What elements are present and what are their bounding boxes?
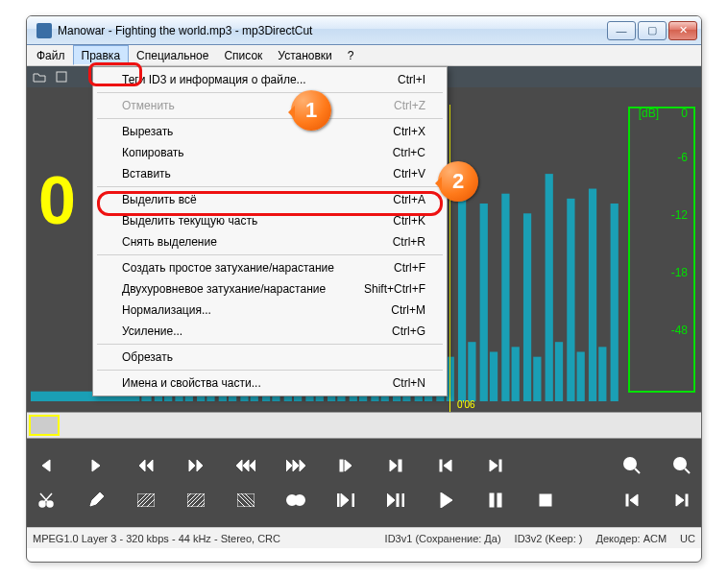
prev-icon[interactable] [35,454,58,477]
svg-rect-68 [686,494,688,506]
close-button[interactable]: ✕ [668,21,697,40]
mark-in-icon[interactable] [334,454,357,477]
svg-rect-0 [57,72,66,82]
menu-item-label: Вставить [122,167,171,180]
callout-2: 2 [438,161,478,202]
transport-panel [27,439,701,527]
svg-rect-60 [337,493,339,507]
db-tick: 0 [681,107,688,120]
rewind-icon[interactable] [134,454,158,477]
menu-item-label: Имена и свойства части... [122,376,261,390]
menu-item[interactable]: Имена и свойства части...Ctrl+N [95,372,445,394]
menu-help[interactable]: ? [340,45,362,65]
menu-item-label: Нормализация... [122,303,211,317]
time-label: 0'06 [457,399,475,410]
svg-rect-45 [598,347,606,401]
mark-out-icon[interactable] [384,454,407,477]
menu-item[interactable]: Выделить текущую частьCtrl+K [95,210,445,231]
menu-item[interactable]: Создать простое затухание/нарастаниеCtrl… [95,257,445,278]
menu-item[interactable]: Выделить всёCtrl+A [95,189,445,210]
menu-item-shortcut: Shift+Ctrl+F [364,282,425,296]
overview-window[interactable] [29,415,60,436]
menu-item-label: Создать простое затухание/нарастание [122,261,334,275]
to-end-icon[interactable] [670,489,693,512]
menu-special[interactable]: Специальное [129,45,216,65]
menu-item[interactable]: ВставитьCtrl+V [95,163,445,184]
menu-item[interactable]: Двухуровневое затухание/нарастаниеShift+… [95,278,445,300]
play-to-end-icon[interactable] [384,489,407,512]
svg-rect-37 [512,347,520,401]
menu-item-shortcut: Ctrl+K [393,214,425,228]
menu-settings[interactable]: Установки [270,45,339,65]
menu-item-shortcut: Ctrl+R [393,235,425,249]
skip-back-many-icon[interactable] [234,454,257,477]
next-icon[interactable] [85,454,108,477]
hatch1-icon[interactable] [134,489,158,512]
menu-item[interactable]: Снять выделениеCtrl+R [95,231,445,252]
stop-icon[interactable] [534,489,557,512]
status-id3v1: ID3v1 (Сохранение: Да) [385,533,501,544]
menu-item[interactable]: Теги ID3 и информация о файле...Ctrl+I [95,69,445,90]
db-tick: -18 [671,266,688,279]
db-unit: [dB] [639,107,659,120]
svg-rect-48 [399,460,401,471]
cut-icon[interactable] [35,489,58,512]
hatch3-icon[interactable] [234,489,257,512]
status-codec: MPEG1.0 Layer 3 - 320 kbps - 44 kHz - St… [33,533,280,544]
svg-rect-66 [540,494,551,506]
skip-fwd-many-icon[interactable] [284,454,307,477]
minimize-button[interactable]: — [607,21,636,40]
svg-rect-62 [397,493,399,507]
hatch2-icon[interactable] [184,489,207,512]
menu-item-label: Обрезать [122,350,173,364]
menu-edit[interactable]: Правка [73,45,130,65]
play-range-icon[interactable] [334,489,357,512]
to-start-icon[interactable] [620,489,643,512]
menu-item-label: Усиление... [122,324,182,338]
menu-item-label: Копировать [122,146,184,159]
go-start-icon[interactable] [434,454,457,477]
menu-item-shortcut: Ctrl+G [392,324,425,338]
menu-item: ОтменитьCtrl+Z [95,95,445,116]
loop-icon[interactable] [284,489,307,512]
status-bar: MPEG1.0 Layer 3 - 320 kbps - 44 kHz - St… [27,527,701,548]
svg-rect-32 [458,183,466,401]
menu-item-label: Снять выделение [122,235,217,249]
menu-item[interactable]: КопироватьCtrl+C [95,142,445,163]
svg-rect-41 [555,342,563,401]
play-icon[interactable] [434,489,457,512]
maximize-button[interactable]: ▢ [638,21,667,40]
open-icon[interactable] [33,71,46,83]
menu-file[interactable]: Файл [29,45,73,65]
svg-rect-39 [533,357,541,401]
menu-item[interactable]: Обрезать [95,347,445,368]
zoom-in-icon[interactable] [620,454,643,477]
menu-item-shortcut: Ctrl+A [393,193,425,206]
menu-item[interactable]: ВырезатьCtrl+X [95,121,445,142]
db-tick: -12 [671,208,688,222]
callout-1: 1 [291,90,331,131]
pause-icon[interactable] [484,489,507,512]
svg-rect-38 [523,213,531,401]
menu-item[interactable]: Усиление...Ctrl+G [95,321,445,342]
menu-list[interactable]: Список [216,45,270,65]
save-icon[interactable] [56,71,67,83]
menu-item[interactable]: Нормализация...Ctrl+M [95,300,445,321]
zoom-out-icon[interactable] [670,454,693,477]
svg-rect-46 [611,204,619,401]
menu-item-shortcut: Ctrl+C [393,146,425,159]
menu-bar: Файл Правка Специальное Список Установки… [27,45,701,66]
window-title: Manowar - Fighting the world.mp3 - mp3Di… [58,24,607,37]
forward-icon[interactable] [184,454,207,477]
edit-icon[interactable] [85,489,108,512]
app-icon [36,23,52,38]
go-end-icon[interactable] [484,454,507,477]
playhead[interactable] [449,105,450,412]
svg-rect-47 [340,460,343,471]
status-id3v2: ID3v2 (Keep: ) [515,533,583,544]
svg-rect-43 [577,352,585,402]
svg-rect-44 [589,189,596,401]
overview-strip[interactable] [27,412,701,439]
db-tick: -48 [671,324,688,337]
menu-item-label: Выделить всё [122,193,197,206]
